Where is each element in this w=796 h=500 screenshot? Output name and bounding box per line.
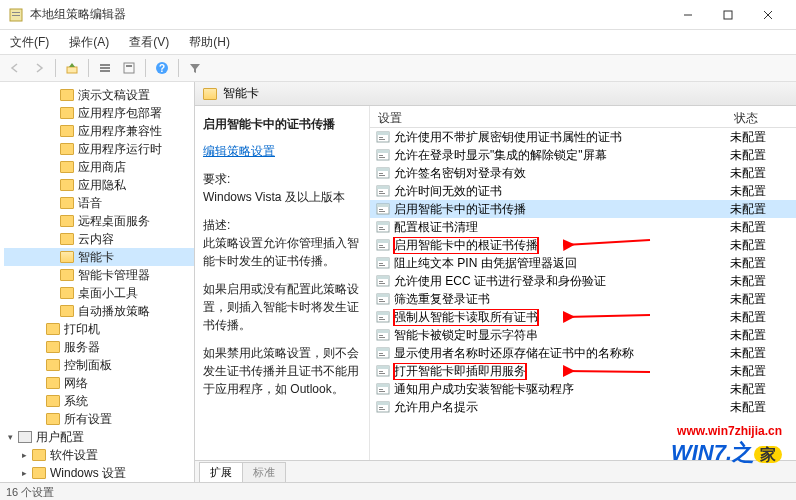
svg-rect-76 <box>377 402 389 405</box>
tree-node[interactable]: 应用程序兼容性 <box>4 122 194 140</box>
setting-row[interactable]: 通知用户成功安装智能卡驱动程序未配置 <box>370 380 796 398</box>
tree-node[interactable]: 演示文稿设置 <box>4 86 194 104</box>
tree-node[interactable]: 应用程序包部署 <box>4 104 194 122</box>
svg-rect-66 <box>379 355 385 356</box>
col-state[interactable]: 状态 <box>726 106 796 127</box>
tree-node[interactable]: 云内容 <box>4 230 194 248</box>
folder-icon <box>60 233 74 245</box>
svg-rect-12 <box>126 65 132 67</box>
tree-node[interactable]: 桌面小工具 <box>4 284 194 302</box>
tab-standard[interactable]: 标准 <box>242 462 286 482</box>
tree-node[interactable]: 系统 <box>4 392 194 410</box>
svg-rect-40 <box>377 240 389 243</box>
filter-button[interactable] <box>184 57 206 79</box>
col-setting[interactable]: 设置 <box>370 106 726 127</box>
setting-state: 未配置 <box>726 381 796 398</box>
setting-row[interactable]: 智能卡被锁定时显示字符串未配置 <box>370 326 796 344</box>
toolbar: ? <box>0 54 796 82</box>
tree-node[interactable]: 应用隐私 <box>4 176 194 194</box>
tree-node[interactable]: 所有设置 <box>4 410 194 428</box>
svg-rect-11 <box>124 63 134 73</box>
help-button[interactable]: ? <box>151 57 173 79</box>
close-button[interactable] <box>748 1 788 29</box>
setting-row[interactable]: 配置根证书清理未配置 <box>370 218 796 236</box>
settings-list[interactable]: 设置 状态 允许使用不带扩展密钥使用证书属性的证书未配置允许在登录时显示"集成的… <box>370 106 796 460</box>
folder-icon <box>60 107 74 119</box>
svg-rect-61 <box>379 335 383 336</box>
edit-policy-link[interactable]: 编辑策略设置 <box>203 143 275 160</box>
setting-row[interactable]: 允许使用不带扩展密钥使用证书属性的证书未配置 <box>370 128 796 146</box>
setting-state: 未配置 <box>726 219 796 236</box>
up-button[interactable] <box>61 57 83 79</box>
tree-label: 所有设置 <box>64 411 112 428</box>
svg-rect-45 <box>379 263 383 264</box>
setting-row[interactable]: 启用智能卡中的根证书传播未配置 <box>370 236 796 254</box>
setting-row[interactable]: 允许签名密钥对登录有效未配置 <box>370 164 796 182</box>
folder-icon <box>60 143 74 155</box>
chevron-down-icon[interactable]: ▾ <box>4 431 16 443</box>
setting-row[interactable]: 显示使用者名称时还原存储在证书中的名称称未配置 <box>370 344 796 362</box>
setting-state: 未配置 <box>726 309 796 326</box>
tree-node[interactable]: 控制面板 <box>4 356 194 374</box>
setting-label: 强制从智能卡读取所有证书 <box>394 309 538 326</box>
setting-row[interactable]: 允许用户名提示未配置 <box>370 398 796 416</box>
chevron-right-icon[interactable]: ▸ <box>18 449 30 461</box>
svg-rect-29 <box>379 191 383 192</box>
tree-label: 智能卡管理器 <box>78 267 150 284</box>
svg-rect-49 <box>379 281 383 282</box>
tree-node[interactable]: ▸软件设置 <box>4 446 194 464</box>
forward-button[interactable] <box>28 57 50 79</box>
maximize-button[interactable] <box>708 1 748 29</box>
menu-file[interactable]: 文件(F) <box>6 32 53 53</box>
setting-row[interactable]: 允许时间无效的证书未配置 <box>370 182 796 200</box>
tree-node[interactable]: 智能卡管理器 <box>4 266 194 284</box>
folder-icon <box>46 359 60 371</box>
menu-view[interactable]: 查看(V) <box>125 32 173 53</box>
svg-rect-44 <box>377 258 389 261</box>
setting-row[interactable]: 允许使用 ECC 证书进行登录和身份验证未配置 <box>370 272 796 290</box>
tree-node[interactable]: 远程桌面服务 <box>4 212 194 230</box>
svg-rect-33 <box>379 209 383 210</box>
svg-rect-20 <box>377 150 389 153</box>
setting-row[interactable]: 启用智能卡中的证书传播未配置 <box>370 200 796 218</box>
setting-state: 未配置 <box>726 345 796 362</box>
tree-node[interactable]: 应用商店 <box>4 158 194 176</box>
tree-panel[interactable]: 演示文稿设置应用程序包部署应用程序兼容性应用程序运行时应用商店应用隐私语音远程桌… <box>0 82 195 482</box>
menu-action[interactable]: 操作(A) <box>65 32 113 53</box>
list-button[interactable] <box>94 57 116 79</box>
content-title: 智能卡 <box>223 85 259 102</box>
desc-p3: 如果禁用此策略设置，则不会发生证书传播并且证书不能用于应用程序，如 Outloo… <box>203 344 361 398</box>
setting-row[interactable]: 打开智能卡即插即用服务未配置 <box>370 362 796 380</box>
tree-label: 智能卡 <box>78 249 114 266</box>
setting-state: 未配置 <box>726 255 796 272</box>
menu-help[interactable]: 帮助(H) <box>185 32 234 53</box>
tree-node[interactable]: 语音 <box>4 194 194 212</box>
tree-node[interactable]: ▾用户配置 <box>4 428 194 446</box>
desc-p1: 此策略设置允许你管理插入智能卡时发生的证书传播。 <box>203 236 359 268</box>
setting-label: 筛选重复登录证书 <box>394 291 490 308</box>
policy-icon <box>376 328 390 342</box>
tab-extended[interactable]: 扩展 <box>199 462 243 482</box>
setting-row[interactable]: 阻止纯文本 PIN 由凭据管理器返回未配置 <box>370 254 796 272</box>
req-value: Windows Vista 及以上版本 <box>203 190 345 204</box>
tree-node[interactable]: 应用程序运行时 <box>4 140 194 158</box>
setting-row[interactable]: 允许在登录时显示"集成的解除锁定"屏幕未配置 <box>370 146 796 164</box>
back-button[interactable] <box>4 57 26 79</box>
svg-rect-68 <box>377 366 389 369</box>
tree-node[interactable]: 自动播放策略 <box>4 302 194 320</box>
setting-row[interactable]: 筛选重复登录证书未配置 <box>370 290 796 308</box>
tree-node[interactable]: ▸Windows 设置 <box>4 464 194 482</box>
svg-rect-16 <box>377 132 389 135</box>
svg-rect-41 <box>379 245 383 246</box>
folder-icon <box>60 179 74 191</box>
tree-node[interactable]: 打印机 <box>4 320 194 338</box>
properties-button[interactable] <box>118 57 140 79</box>
tree-label: 云内容 <box>78 231 114 248</box>
tree-node[interactable]: 服务器 <box>4 338 194 356</box>
tree-node[interactable]: 网络 <box>4 374 194 392</box>
minimize-button[interactable] <box>668 1 708 29</box>
setting-row[interactable]: 强制从智能卡读取所有证书未配置 <box>370 308 796 326</box>
policy-icon <box>376 184 390 198</box>
tree-node[interactable]: 智能卡 <box>4 248 194 266</box>
chevron-right-icon[interactable]: ▸ <box>18 467 30 479</box>
